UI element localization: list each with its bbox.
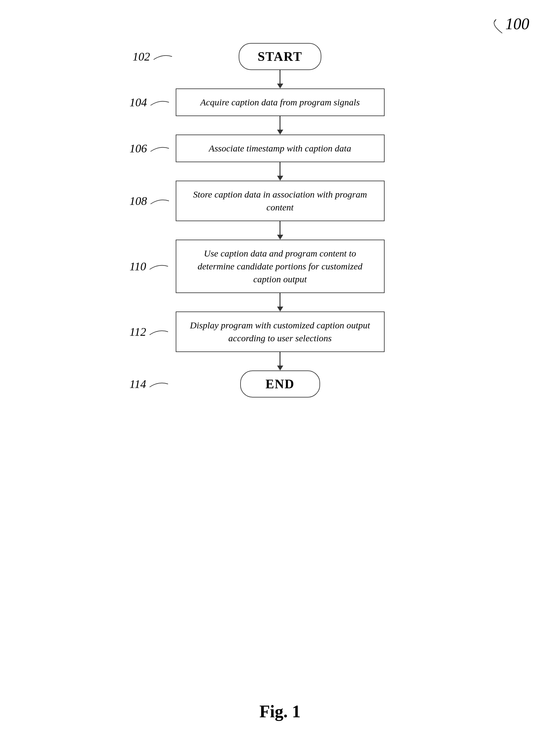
top-figure-number: 100 <box>505 15 529 33</box>
step1-text: Acquire caption data from program signal… <box>200 96 360 109</box>
flowchart: START 102 Acquire caption data from prog… <box>142 31 418 422</box>
step-112-label: 112 <box>129 325 146 339</box>
step2-text: Associate timestamp with caption data <box>209 142 351 155</box>
arrow-5 <box>277 293 283 311</box>
diagram-container: 100 START 102 Acquire caption data fro <box>0 0 560 752</box>
step-102-label-group: 102 <box>133 50 174 63</box>
step3-node: Store caption data in association with p… <box>176 181 385 221</box>
step-104-arrow-icon <box>149 98 171 107</box>
arrow-4 <box>277 221 283 240</box>
end-label: END <box>265 377 295 391</box>
arrow-1 <box>277 70 283 88</box>
step5-text: Display program with customized caption … <box>188 319 372 345</box>
end-node-wrapper: END 114 <box>142 370 418 398</box>
end-node: END <box>240 370 320 398</box>
step-106-label-group: 106 <box>129 142 171 155</box>
step-110-label: 110 <box>129 260 146 273</box>
step-108-arrow-icon <box>149 196 171 205</box>
arrow-2 <box>277 116 283 135</box>
step1-wrapper: Acquire caption data from program signal… <box>142 88 418 116</box>
step-114-arrow-icon <box>148 379 169 389</box>
step-110-arrow-icon <box>148 262 169 271</box>
step3-text: Store caption data in association with p… <box>188 188 372 214</box>
step4-wrapper: Use caption data and program content to … <box>142 240 418 293</box>
step4-node: Use caption data and program content to … <box>176 240 385 293</box>
step-102-arrow-icon <box>152 52 174 61</box>
arrow-6 <box>277 352 283 370</box>
step-112-label-group: 112 <box>129 325 169 339</box>
start-node-wrapper: START 102 <box>142 43 418 70</box>
step-108-label-group: 108 <box>129 194 171 208</box>
step-106-arrow-icon <box>149 144 171 153</box>
start-node: START <box>239 43 321 70</box>
step-102-label: 102 <box>133 50 150 63</box>
step-104-label: 104 <box>129 96 147 109</box>
step2-node: Associate timestamp with caption data <box>176 135 385 162</box>
step1-node: Acquire caption data from program signal… <box>176 88 385 116</box>
start-label: START <box>258 49 302 64</box>
step-106-label: 106 <box>129 142 147 155</box>
step-114-label-group: 114 <box>129 377 169 391</box>
step2-wrapper: Associate timestamp with caption data 10… <box>142 135 418 162</box>
step5-node: Display program with customized caption … <box>176 311 385 352</box>
step3-wrapper: Store caption data in association with p… <box>142 181 418 221</box>
step-110-label-group: 110 <box>129 260 169 273</box>
step-114-label: 114 <box>129 377 146 391</box>
step5-wrapper: Display program with customized caption … <box>142 311 418 352</box>
arrow-3 <box>277 162 283 181</box>
step-104-label-group: 104 <box>129 96 171 109</box>
figure-label-text: Fig. 1 <box>260 702 301 721</box>
step-112-arrow-icon <box>148 327 169 337</box>
step-108-label: 108 <box>129 194 147 208</box>
arrow-curve-icon <box>487 18 505 36</box>
step4-text: Use caption data and program content to … <box>188 247 372 286</box>
figure-number-top: 100 <box>487 15 529 36</box>
figure-label: Fig. 1 <box>260 702 301 721</box>
